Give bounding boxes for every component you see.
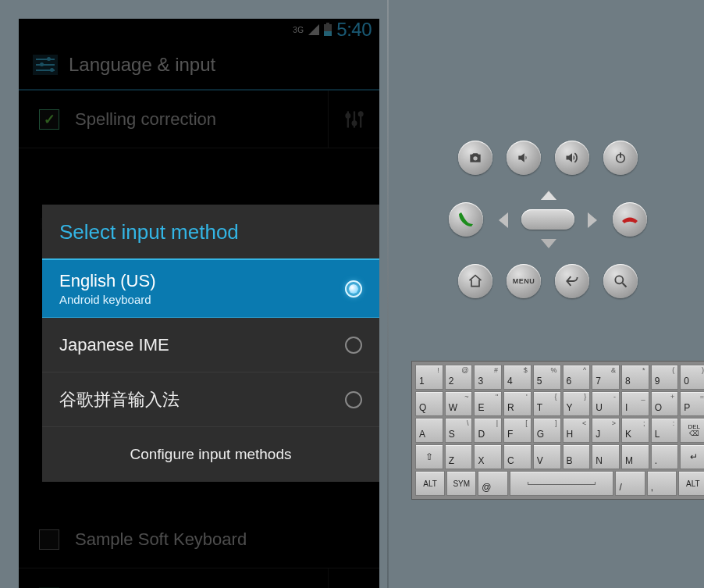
option-label: 谷歌拼音输入法 <box>59 388 345 412</box>
svg-point-15 <box>615 276 623 283</box>
key-alt[interactable]: ALT <box>415 471 445 496</box>
camera-button[interactable] <box>458 141 492 175</box>
home-icon <box>468 273 483 289</box>
ime-option-japanese[interactable]: Japanese IME <box>42 318 379 372</box>
option-sublabel: Android keyboard <box>59 293 345 306</box>
key-g[interactable]: G] <box>533 418 561 443</box>
key-v[interactable]: V <box>533 444 561 469</box>
menu-button[interactable]: MENU <box>507 264 541 298</box>
hangup-button[interactable] <box>613 202 647 237</box>
key-0[interactable]: 0) <box>680 365 704 390</box>
key-q[interactable]: Q <box>415 391 443 416</box>
dpad-down[interactable] <box>541 239 556 248</box>
key-s[interactable]: S\ <box>445 418 473 443</box>
configure-input-methods-button[interactable]: Configure input methods <box>42 427 379 482</box>
ime-option-english[interactable]: English (US) Android keyboard <box>42 260 379 318</box>
back-icon <box>564 273 580 289</box>
key-3[interactable]: 3# <box>474 365 502 390</box>
key-h[interactable]: H< <box>563 418 591 443</box>
key-shift[interactable]: ⇧ <box>415 444 443 469</box>
ime-option-pinyin[interactable]: 谷歌拼音输入法 <box>42 372 379 427</box>
power-icon <box>613 151 628 165</box>
radio-icon[interactable] <box>345 391 362 408</box>
key-j[interactable]: J> <box>592 418 620 443</box>
key-n[interactable]: N <box>592 444 620 469</box>
key-5[interactable]: 5% <box>533 365 561 390</box>
key-d[interactable]: D| <box>474 418 502 443</box>
volume-up-icon <box>564 150 580 166</box>
home-button[interactable] <box>458 264 492 298</box>
volume-down-icon <box>516 150 532 166</box>
key-enter[interactable]: ↵ <box>680 444 704 469</box>
key-t[interactable]: T{ <box>533 391 561 416</box>
key-y[interactable]: Y} <box>563 391 591 416</box>
option-label: Japanese IME <box>59 335 345 355</box>
key-k[interactable]: K; <box>621 418 649 443</box>
key-,[interactable]: , <box>647 471 677 496</box>
search-button[interactable] <box>603 264 638 298</box>
key-l[interactable]: L: <box>651 418 679 443</box>
key-alt[interactable]: ALT <box>678 471 704 496</box>
key-w[interactable]: W~ <box>445 391 473 416</box>
key-4[interactable]: 4$ <box>503 365 532 390</box>
volume-up-button[interactable] <box>555 141 589 175</box>
phone-icon <box>457 210 475 229</box>
search-icon <box>613 273 628 289</box>
key-z[interactable]: Z <box>445 444 473 469</box>
key-@[interactable]: @ <box>478 471 507 496</box>
emulator-keyboard: 1!2@3#4$5%6^7&8*9(0) QW~E"R'T{Y}U-I_O+P=… <box>411 361 704 500</box>
dpad-right[interactable] <box>588 212 597 228</box>
call-button[interactable] <box>449 202 483 237</box>
key-6[interactable]: 6^ <box>563 365 591 390</box>
key-9[interactable]: 9( <box>651 365 679 390</box>
svg-point-12 <box>473 156 477 160</box>
key-c[interactable]: C <box>503 444 532 469</box>
key-delete[interactable]: DEL⌫ <box>680 418 704 443</box>
select-input-method-dialog: Select input method English (US) Android… <box>42 205 379 482</box>
power-button[interactable] <box>603 141 638 175</box>
key-7[interactable]: 7& <box>592 365 620 390</box>
svg-line-16 <box>623 283 627 287</box>
key-p[interactable]: P= <box>680 391 704 416</box>
key-/[interactable]: / <box>615 471 645 496</box>
key-a[interactable]: A <box>415 418 443 443</box>
key-b[interactable]: B <box>563 444 591 469</box>
key-u[interactable]: U- <box>592 391 620 416</box>
dpad <box>497 192 599 247</box>
dpad-up[interactable] <box>541 191 556 200</box>
radio-selected-icon[interactable] <box>345 280 362 298</box>
key-2[interactable]: 2@ <box>445 365 473 390</box>
key-x[interactable]: X <box>474 444 502 469</box>
dpad-left[interactable] <box>499 212 508 228</box>
radio-icon[interactable] <box>345 337 362 354</box>
key-8[interactable]: 8* <box>621 365 649 390</box>
key-m[interactable]: M <box>621 444 649 469</box>
key-o[interactable]: O+ <box>651 391 679 416</box>
volume-down-button[interactable] <box>507 141 541 175</box>
key-i[interactable]: I_ <box>621 391 649 416</box>
phone-hangup-icon <box>620 210 639 229</box>
emulator-controls: MENU <box>415 141 681 298</box>
vertical-divider <box>387 0 389 588</box>
back-button[interactable] <box>555 264 589 298</box>
camera-icon <box>468 150 483 166</box>
key-space[interactable] <box>510 471 614 496</box>
option-label: English (US) <box>59 271 345 291</box>
key-f[interactable]: F[ <box>503 418 532 443</box>
android-screen: 3G 5:40 Language & input Spelling correc… <box>19 19 379 588</box>
key-e[interactable]: E" <box>474 391 502 416</box>
dialog-title: Select input method <box>42 205 379 260</box>
key-1[interactable]: 1! <box>415 365 443 390</box>
key-sym[interactable]: SYM <box>446 471 476 496</box>
key-r[interactable]: R' <box>503 391 532 416</box>
key-.[interactable]: . <box>651 444 679 469</box>
dpad-center[interactable] <box>521 209 574 230</box>
